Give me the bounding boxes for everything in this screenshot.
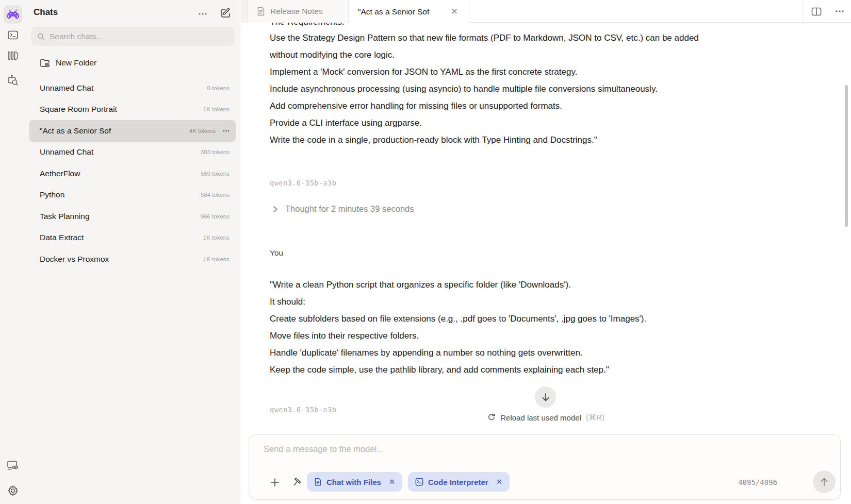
chat-list-item[interactable]: AetherFlow 569 tokens [29,163,236,184]
chat-token-count: 966 tokens [201,213,230,220]
reload-model-row: Reload last used model (⌘R) [241,413,851,422]
scrollbar[interactable] [845,85,848,227]
chat-token-count: 584 tokens [201,192,230,198]
chat-title: Data Extract [40,233,203,242]
user-message-line: Create subfolders based on file extensio… [270,310,646,327]
search-icon [37,32,45,41]
assistant-message-line: Write the code in a single, production-r… [270,131,699,148]
remote-connection-icon[interactable] [0,460,25,471]
search-chats-input[interactable] [50,32,228,41]
document-icon [257,7,265,16]
assistant-message-line: Provide a CLI interface using argparse. [270,114,699,131]
chat-token-count: 4K tokens [189,128,216,134]
chat-item-menu-icon[interactable] [223,130,230,132]
chevron-right-icon [273,206,278,213]
more-options-icon[interactable] [832,5,847,18]
chat-list-item[interactable]: Python 584 tokens [29,184,236,206]
chat-token-count: 569 tokens [201,171,230,177]
user-message-line: Handle 'duplicate' filenames by appendin… [270,344,646,361]
tab-bar: Release Notes "Act as a Senior Sof ✕ [241,0,851,23]
reload-shortcut-hint: (⌘R) [586,413,604,422]
close-tab-icon[interactable]: ✕ [449,6,460,17]
chat-token-count: 303 tokens [201,149,230,155]
chat-token-count: 0 tokens [207,85,230,91]
chats-sidebar: Chats New Folder Unnamed Ch [25,0,240,504]
user-message-line: Keep the code simple, use the pathlib li… [270,361,646,378]
assistant-message-line: Use the Strategy Design Pattern so that … [270,29,699,46]
chat-transcript: The Requirements: Use the Strategy Desig… [241,23,851,504]
thought-summary-label: Thought for 2 minutes 39 seconds [285,204,414,214]
app-logo-icon [4,5,22,24]
user-message-line: It should: [270,293,646,310]
chat-token-count: 1K tokens [203,256,230,262]
chat-list-item[interactable]: Square Room Portrait 1K tokens [29,99,236,121]
plugin-code-interpreter[interactable]: Code Interpreter ✕ [408,472,510,492]
chat-pane: Release Notes "Act as a Senior Sof ✕ The… [241,0,851,504]
chat-list: Unnamed Chat 0 tokens Square Room Portra… [29,77,236,270]
chat-token-count: 1K tokens [203,234,230,241]
chat-title: Unnamed Chat [40,147,201,157]
chat-list-item[interactable]: Unnamed Chat 303 tokens [29,142,236,163]
assistant-message-line: Implement a 'Mock' conversion for JSON t… [270,63,699,80]
chat-list-item[interactable]: "Act as a Senior Sof 4K tokens [29,120,236,142]
search-chats-box[interactable] [31,27,234,46]
chat-title: Square Room Portrait [40,105,203,114]
user-message: "Write a clean Python script that organi… [270,276,646,378]
assistant-message: Use the Strategy Design Pattern so that … [270,29,699,148]
user-message-line: Move files into their respective folders… [270,327,646,344]
composer-divider [794,474,794,490]
arrow-up-icon [820,477,828,486]
chat-list-item[interactable]: Data Extract 1K tokens [29,227,236,249]
tab-release-notes[interactable]: Release Notes [248,0,349,23]
sidebar-title: Chats [34,7,58,18]
attach-plus-icon[interactable] [268,476,282,489]
chat-list-item[interactable]: Docker vs Proxmox 1K tokens [29,248,236,270]
user-message-line: "Write a clean Python script that organi… [270,276,646,293]
new-folder-button[interactable]: New Folder [31,53,234,73]
split-view-icon[interactable] [809,5,824,18]
scroll-to-bottom-button[interactable] [535,387,556,408]
remove-plugin-icon[interactable]: ✕ [389,477,396,486]
user-role-label: You [270,248,283,258]
new-chat-icon[interactable] [218,6,234,20]
chat-list-item[interactable]: Task Planning 966 tokens [29,206,236,227]
reload-icon [487,413,496,422]
reload-model-button[interactable]: Reload last used model [500,413,581,422]
tabbar-divider [802,0,803,23]
sidebar-more-icon[interactable] [195,8,210,20]
plugin-chat-with-files[interactable]: Chat with Files ✕ [307,472,402,492]
chat-title: Task Planning [40,212,201,221]
tab-label: Release Notes [270,7,323,16]
chat-title: Python [40,190,201,199]
chat-list-item[interactable]: Unnamed Chat 0 tokens [29,77,236,99]
app-logo-button[interactable] [0,5,25,24]
app-rail [0,0,25,504]
chat-title: AetherFlow [40,169,201,178]
message-composer: Chat with Files ✕ Code Interpreter ✕ 409… [249,434,841,500]
settings-gear-icon[interactable] [0,484,25,497]
send-button[interactable] [813,471,836,493]
tab-act-as-senior[interactable]: "Act as a Senior Sof ✕ [349,0,469,23]
columns-icon[interactable] [0,51,25,61]
terminal-icon[interactable] [0,30,25,40]
tools-hammer-icon[interactable] [290,476,303,489]
terminal-icon [415,478,423,486]
assistant-message-line: Include asynchronous processing (using a… [270,80,699,97]
new-folder-label: New Folder [56,58,96,68]
chat-token-count: 1K tokens [203,106,230,112]
model-search-icon[interactable] [0,75,25,86]
arrow-down-icon [542,393,550,402]
thought-disclosure[interactable]: Thought for 2 minutes 39 seconds [273,204,414,214]
tab-label: "Act as a Senior Sof [358,7,429,16]
chat-title: Unnamed Chat [40,83,207,93]
model-name-label: qwen3.6-35b-a3b [270,179,336,187]
chat-title: Docker vs Proxmox [40,255,203,264]
assistant-message-line: without modifying the core logic. [270,46,699,63]
assistant-message-line: Add comprehensive error handling for mis… [270,97,699,114]
new-folder-icon [40,58,50,68]
document-icon [314,478,322,486]
plugin-label: Chat with Files [326,478,381,486]
chat-title: "Act as a Senior Sof [40,126,189,136]
message-input[interactable] [264,444,728,454]
remove-plugin-icon[interactable]: ✕ [496,477,503,486]
